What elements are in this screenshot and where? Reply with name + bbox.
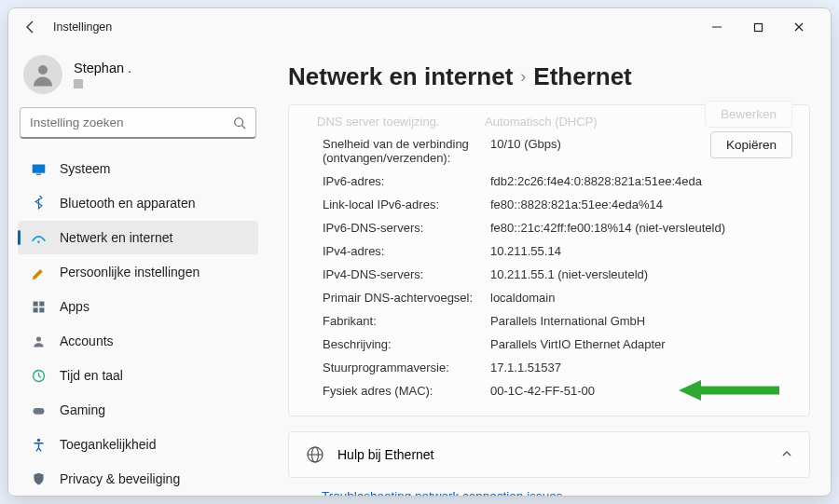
sidebar-item-network[interactable]: Netwerk en internet <box>18 221 258 254</box>
property-value: 10.211.55.1 (niet-versleuteld) <box>490 267 792 281</box>
sidebar-item-accounts[interactable]: Accounts <box>18 324 258 358</box>
sidebar-item-privacy[interactable]: Privacy & beveiliging <box>18 462 258 496</box>
globe-icon <box>306 445 324 464</box>
property-label: Fabrikant: <box>323 314 490 328</box>
help-title: Hulp bij Ethernet <box>337 447 434 462</box>
sidebar-item-label: Gaming <box>60 402 105 417</box>
search-input[interactable] <box>30 116 233 129</box>
time-icon <box>31 368 47 384</box>
accessibility-icon <box>31 437 47 453</box>
property-row: Stuurprogrammaversie:17.1.1.51537 <box>323 356 792 379</box>
help-expander[interactable]: Hulp bij Ethernet <box>288 431 810 478</box>
properties-card: Bewerken Kopiëren DNS server toewijzing.… <box>288 104 810 416</box>
settings-window: Instellingen Stephan . <box>7 7 832 497</box>
sidebar-item-system[interactable]: Systeem <box>18 152 258 185</box>
property-value: 17.1.1.51537 <box>490 361 792 375</box>
svg-rect-5 <box>33 164 46 172</box>
property-label: Primair DNS-achtervoegsel: <box>323 291 490 305</box>
property-label: Snelheid van de verbinding (ontvangen/ve… <box>323 137 490 165</box>
maximize-button[interactable] <box>737 8 778 46</box>
user-profile[interactable]: Stephan . <box>18 51 258 107</box>
svg-rect-6 <box>36 173 41 174</box>
avatar <box>23 55 62 94</box>
property-value: 10.211.55.14 <box>490 244 792 258</box>
property-value: fdb2:2c26:f4e4:0:8828:821a:51ee:4eda <box>490 174 792 188</box>
svg-marker-17 <box>679 380 701 401</box>
chevron-right-icon: › <box>520 67 526 87</box>
search-box[interactable] <box>20 107 256 139</box>
property-label: Fysiek adres (MAC): <box>323 384 490 398</box>
property-label: DNS server toewijzing. <box>317 115 485 129</box>
main-content: Netwerk en internet › Ethernet Bewerken … <box>268 46 831 496</box>
sidebar-item-accessibility[interactable]: Toegankelijkheid <box>18 428 258 461</box>
sidebar-item-bluetooth[interactable]: Bluetooth en apparaten <box>18 186 258 220</box>
bluetooth-icon <box>31 196 47 211</box>
property-label: Link-local IPv6-adres: <box>323 198 490 211</box>
property-label: IPv4-DNS-servers: <box>323 267 490 281</box>
user-name: Stephan . <box>74 61 131 75</box>
property-row: IPv4-adres:10.211.55.14 <box>323 239 792 263</box>
svg-point-12 <box>36 336 41 341</box>
property-label: IPv6-adres: <box>323 174 490 188</box>
search-icon <box>233 116 246 129</box>
system-icon <box>31 161 47 177</box>
sidebar-item-time-language[interactable]: Tijd en taal <box>18 359 258 392</box>
svg-point-7 <box>37 240 40 243</box>
svg-rect-8 <box>34 301 38 306</box>
svg-rect-11 <box>39 307 44 312</box>
svg-rect-1 <box>754 23 762 31</box>
svg-line-4 <box>242 125 246 129</box>
sidebar-item-label: Toegankelijkheid <box>60 437 157 452</box>
sidebar-item-gaming[interactable]: Gaming <box>18 393 258 427</box>
network-icon <box>31 230 47 246</box>
property-row: Fabrikant:Parallels International GmbH <box>323 309 792 333</box>
property-value: Parallels VirtIO Ethernet Adapter <box>490 337 792 351</box>
sidebar-item-label: Accounts <box>60 334 114 348</box>
property-value: Automatisch (DHCP) <box>485 115 598 129</box>
svg-point-2 <box>38 65 48 75</box>
titlebar: Instellingen <box>8 8 831 46</box>
sidebar-item-label: Netwerk en internet <box>60 230 172 245</box>
property-row: IPv4-DNS-servers:10.211.55.1 (niet-versl… <box>323 263 792 286</box>
sidebar-item-label: Bluetooth en apparaten <box>60 196 196 211</box>
property-label: Beschrijving: <box>323 337 490 351</box>
minimize-button[interactable] <box>696 8 737 46</box>
property-row: Link-local IPv6-adres:fe80::8828:821a:51… <box>323 193 792 216</box>
accounts-icon <box>31 334 47 349</box>
edit-button[interactable]: Bewerken <box>705 101 792 128</box>
sidebar-item-apps[interactable]: Apps <box>18 290 258 323</box>
sidebar-item-label: Privacy & beveiliging <box>60 471 180 486</box>
svg-point-15 <box>37 438 40 441</box>
sidebar-item-personalization[interactable]: Persoonlijke instellingen <box>18 255 258 289</box>
svg-point-3 <box>235 117 243 126</box>
property-value: localdomain <box>490 291 792 305</box>
property-row: Beschrijving:Parallels VirtIO Ethernet A… <box>323 333 792 356</box>
svg-rect-10 <box>34 307 38 312</box>
apps-icon <box>31 299 47 315</box>
sidebar-item-label: Tijd en taal <box>60 368 123 383</box>
window-title: Instellingen <box>53 20 112 34</box>
svg-rect-14 <box>34 407 45 414</box>
annotation-arrow-icon <box>679 378 781 402</box>
sidebar-item-label: Persoonlijke instellingen <box>60 265 199 279</box>
back-button[interactable] <box>20 16 42 38</box>
breadcrumb-parent[interactable]: Netwerk en internet <box>288 62 513 91</box>
sidebar: Stephan . Systeem Bluetooth en apparaten… <box>8 46 268 496</box>
close-button[interactable] <box>778 8 819 46</box>
personalization-icon <box>31 265 47 280</box>
sidebar-item-label: Apps <box>60 299 89 314</box>
property-value: fe80::21c:42ff:fe00:18%14 (niet-versleut… <box>490 221 792 235</box>
property-row: IPv6-adres:fdb2:2c26:f4e4:0:8828:821a:51… <box>323 170 792 193</box>
user-status <box>74 79 83 89</box>
chevron-up-icon <box>781 447 792 462</box>
breadcrumb-current: Ethernet <box>533 62 631 91</box>
sidebar-item-label: Systeem <box>60 161 110 176</box>
property-row: IPv6-DNS-servers:fe80::21c:42ff:fe00:18%… <box>323 216 792 239</box>
gaming-icon <box>31 402 47 418</box>
property-value: fe80::8828:821a:51ee:4eda%14 <box>490 198 792 211</box>
property-label: IPv6-DNS-servers: <box>323 221 490 235</box>
copy-button[interactable]: Kopiëren <box>710 131 792 158</box>
breadcrumb: Netwerk en internet › Ethernet <box>288 62 810 91</box>
property-label: IPv4-adres: <box>323 244 490 258</box>
troubleshoot-link[interactable]: Troubleshooting network connection issue… <box>288 489 810 496</box>
